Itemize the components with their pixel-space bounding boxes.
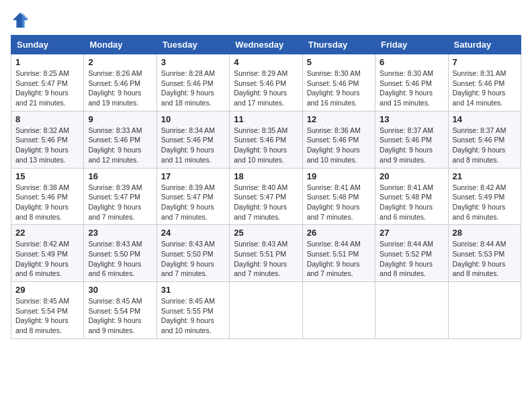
- calendar-cell: 23 Sunrise: 8:43 AMSunset: 5:50 PMDaylig…: [84, 225, 157, 282]
- header-tuesday: Tuesday: [157, 36, 229, 54]
- calendar-header-row: SundayMondayTuesdayWednesdayThursdayFrid…: [11, 36, 521, 54]
- header-friday: Friday: [375, 36, 448, 54]
- calendar-cell: 30 Sunrise: 8:45 AMSunset: 5:54 PMDaylig…: [84, 282, 157, 339]
- calendar-cell: 26 Sunrise: 8:44 AMSunset: 5:51 PMDaylig…: [302, 225, 375, 282]
- calendar-week-3: 15 Sunrise: 8:38 AMSunset: 5:46 PMDaylig…: [11, 168, 521, 225]
- day-number: 13: [380, 114, 443, 124]
- day-number: 16: [88, 171, 152, 181]
- day-info: Sunrise: 8:31 AMSunset: 5:46 PMDaylight:…: [453, 69, 506, 107]
- day-info: Sunrise: 8:45 AMSunset: 5:55 PMDaylight:…: [161, 297, 215, 334]
- day-info: Sunrise: 8:37 AMSunset: 5:46 PMDaylight:…: [380, 126, 433, 164]
- calendar-cell: 22 Sunrise: 8:42 AMSunset: 5:49 PMDaylig…: [11, 225, 84, 282]
- day-info: Sunrise: 8:30 AMSunset: 5:46 PMDaylight:…: [380, 69, 433, 107]
- day-info: Sunrise: 8:42 AMSunset: 5:49 PMDaylight:…: [15, 240, 69, 277]
- calendar-cell: 13 Sunrise: 8:37 AMSunset: 5:46 PMDaylig…: [375, 111, 448, 168]
- day-number: 29: [15, 285, 79, 295]
- day-number: 14: [453, 114, 517, 124]
- day-number: 28: [453, 228, 517, 238]
- calendar-cell: 16 Sunrise: 8:39 AMSunset: 5:47 PMDaylig…: [84, 168, 157, 225]
- calendar-cell: 2 Sunrise: 8:26 AMSunset: 5:46 PMDayligh…: [84, 54, 157, 111]
- calendar-week-1: 1 Sunrise: 8:25 AMSunset: 5:47 PMDayligh…: [11, 54, 521, 111]
- day-number: 7: [453, 57, 517, 67]
- day-info: Sunrise: 8:43 AMSunset: 5:51 PMDaylight:…: [234, 240, 287, 277]
- day-info: Sunrise: 8:29 AMSunset: 5:46 PMDaylight:…: [234, 69, 287, 107]
- day-info: Sunrise: 8:41 AMSunset: 5:48 PMDaylight:…: [307, 183, 361, 221]
- calendar-cell: 4 Sunrise: 8:29 AMSunset: 5:46 PMDayligh…: [230, 54, 302, 111]
- logo-icon: [11, 11, 30, 30]
- day-number: 4: [234, 57, 298, 67]
- calendar-cell: 20 Sunrise: 8:41 AMSunset: 5:48 PMDaylig…: [375, 168, 448, 225]
- day-number: 6: [380, 57, 443, 67]
- header-saturday: Saturday: [448, 36, 521, 54]
- header-wednesday: Wednesday: [230, 36, 302, 54]
- calendar-cell: [375, 282, 448, 339]
- calendar-cell: 25 Sunrise: 8:43 AMSunset: 5:51 PMDaylig…: [230, 225, 302, 282]
- day-number: 15: [15, 171, 79, 181]
- day-info: Sunrise: 8:44 AMSunset: 5:53 PMDaylight:…: [453, 240, 506, 277]
- calendar-cell: 9 Sunrise: 8:33 AMSunset: 5:46 PMDayligh…: [84, 111, 157, 168]
- calendar-week-4: 22 Sunrise: 8:42 AMSunset: 5:49 PMDaylig…: [11, 225, 521, 282]
- day-number: 27: [380, 228, 443, 238]
- day-number: 8: [15, 114, 79, 124]
- calendar-cell: 10 Sunrise: 8:34 AMSunset: 5:46 PMDaylig…: [157, 111, 229, 168]
- header-thursday: Thursday: [302, 36, 375, 54]
- day-number: 19: [307, 171, 371, 181]
- calendar-cell: 29 Sunrise: 8:45 AMSunset: 5:54 PMDaylig…: [11, 282, 84, 339]
- day-info: Sunrise: 8:26 AMSunset: 5:46 PMDaylight:…: [88, 69, 142, 107]
- day-number: 30: [88, 285, 152, 295]
- day-number: 3: [161, 57, 225, 67]
- calendar-cell: 8 Sunrise: 8:32 AMSunset: 5:46 PMDayligh…: [11, 111, 84, 168]
- day-info: Sunrise: 8:39 AMSunset: 5:47 PMDaylight:…: [88, 183, 142, 221]
- day-number: 12: [307, 114, 371, 124]
- day-number: 18: [234, 171, 298, 181]
- day-info: Sunrise: 8:32 AMSunset: 5:46 PMDaylight:…: [15, 126, 69, 164]
- calendar-cell: 14 Sunrise: 8:37 AMSunset: 5:46 PMDaylig…: [448, 111, 521, 168]
- day-info: Sunrise: 8:37 AMSunset: 5:46 PMDaylight:…: [453, 126, 506, 164]
- calendar-cell: 11 Sunrise: 8:35 AMSunset: 5:46 PMDaylig…: [230, 111, 302, 168]
- day-info: Sunrise: 8:43 AMSunset: 5:50 PMDaylight:…: [88, 240, 142, 277]
- day-number: 23: [88, 228, 152, 238]
- day-info: Sunrise: 8:44 AMSunset: 5:51 PMDaylight:…: [307, 240, 361, 277]
- calendar-week-2: 8 Sunrise: 8:32 AMSunset: 5:46 PMDayligh…: [11, 111, 521, 168]
- day-info: Sunrise: 8:41 AMSunset: 5:48 PMDaylight:…: [380, 183, 433, 221]
- calendar-cell: [302, 282, 375, 339]
- day-info: Sunrise: 8:34 AMSunset: 5:46 PMDaylight:…: [161, 126, 215, 164]
- logo: [11, 11, 32, 30]
- day-info: Sunrise: 8:33 AMSunset: 5:46 PMDaylight:…: [88, 126, 142, 164]
- header-monday: Monday: [84, 36, 157, 54]
- day-number: 26: [307, 228, 371, 238]
- calendar-cell: 3 Sunrise: 8:28 AMSunset: 5:46 PMDayligh…: [157, 54, 229, 111]
- calendar-table: SundayMondayTuesdayWednesdayThursdayFrid…: [11, 35, 521, 339]
- day-info: Sunrise: 8:25 AMSunset: 5:47 PMDaylight:…: [15, 69, 69, 107]
- calendar-cell: 18 Sunrise: 8:40 AMSunset: 5:47 PMDaylig…: [230, 168, 302, 225]
- day-number: 10: [161, 114, 225, 124]
- day-number: 24: [161, 228, 225, 238]
- calendar-cell: 31 Sunrise: 8:45 AMSunset: 5:55 PMDaylig…: [157, 282, 229, 339]
- day-info: Sunrise: 8:36 AMSunset: 5:46 PMDaylight:…: [307, 126, 361, 164]
- calendar-week-5: 29 Sunrise: 8:45 AMSunset: 5:54 PMDaylig…: [11, 282, 521, 339]
- calendar-cell: 17 Sunrise: 8:39 AMSunset: 5:47 PMDaylig…: [157, 168, 229, 225]
- day-number: 11: [234, 114, 298, 124]
- day-number: 17: [161, 171, 225, 181]
- calendar-cell: 6 Sunrise: 8:30 AMSunset: 5:46 PMDayligh…: [375, 54, 448, 111]
- calendar-cell: 24 Sunrise: 8:43 AMSunset: 5:50 PMDaylig…: [157, 225, 229, 282]
- day-info: Sunrise: 8:38 AMSunset: 5:46 PMDaylight:…: [15, 183, 69, 221]
- day-info: Sunrise: 8:44 AMSunset: 5:52 PMDaylight:…: [380, 240, 433, 277]
- calendar-cell: 1 Sunrise: 8:25 AMSunset: 5:47 PMDayligh…: [11, 54, 84, 111]
- day-number: 9: [88, 114, 152, 124]
- day-number: 1: [15, 57, 79, 67]
- day-number: 31: [161, 285, 225, 295]
- day-info: Sunrise: 8:45 AMSunset: 5:54 PMDaylight:…: [88, 297, 142, 334]
- day-info: Sunrise: 8:28 AMSunset: 5:46 PMDaylight:…: [161, 69, 215, 107]
- calendar-cell: 7 Sunrise: 8:31 AMSunset: 5:46 PMDayligh…: [448, 54, 521, 111]
- calendar-cell: [448, 282, 521, 339]
- calendar-cell: 21 Sunrise: 8:42 AMSunset: 5:49 PMDaylig…: [448, 168, 521, 225]
- day-info: Sunrise: 8:39 AMSunset: 5:47 PMDaylight:…: [161, 183, 215, 221]
- day-info: Sunrise: 8:43 AMSunset: 5:50 PMDaylight:…: [161, 240, 215, 277]
- svg-marker-0: [13, 13, 28, 28]
- calendar-cell: 5 Sunrise: 8:30 AMSunset: 5:46 PMDayligh…: [302, 54, 375, 111]
- day-info: Sunrise: 8:45 AMSunset: 5:54 PMDaylight:…: [15, 297, 69, 334]
- day-info: Sunrise: 8:40 AMSunset: 5:47 PMDaylight:…: [234, 183, 287, 221]
- calendar-cell: 27 Sunrise: 8:44 AMSunset: 5:52 PMDaylig…: [375, 225, 448, 282]
- day-number: 25: [234, 228, 298, 238]
